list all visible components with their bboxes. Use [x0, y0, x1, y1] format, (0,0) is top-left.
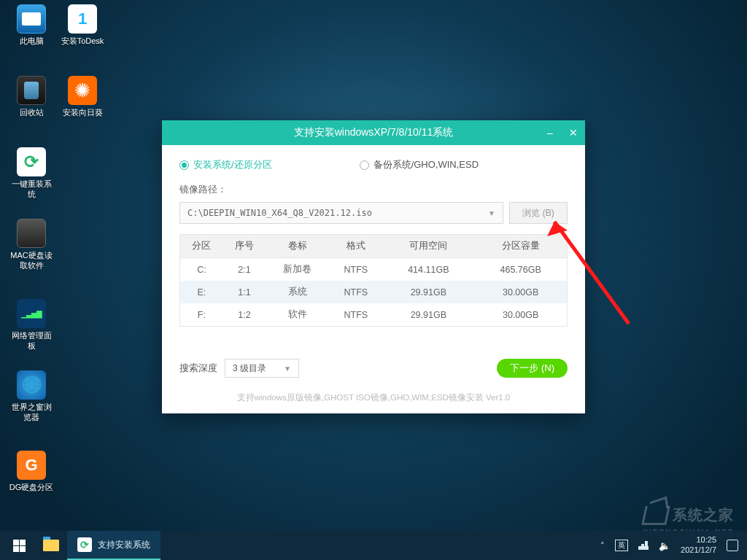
label: 回收站 [9, 108, 54, 118]
desktop-icon-world-browser[interactable]: 世界之窗浏览器 [9, 370, 54, 423]
cell-part: C: [180, 258, 223, 281]
apple-icon [17, 219, 46, 248]
system-tray: ˄ 英 10:25 2021/12/7 [600, 535, 744, 556]
minimize-button[interactable]: – [538, 120, 562, 145]
sunflower-icon [68, 76, 97, 105]
th-partition[interactable]: 分区 [180, 235, 223, 258]
watermark: 系统之家 XITONGZHIJIA.NET [643, 505, 734, 525]
house-icon [641, 506, 670, 525]
window-body: 安装系统/还原分区 备份系统/GHO,WIN,ESD 镜像路径： C:\DEEP… [162, 145, 585, 385]
th-index[interactable]: 序号 [223, 235, 266, 258]
radio-dot-icon [360, 160, 369, 170]
radio-backup[interactable]: 备份系统/GHO,WIN,ESD [360, 158, 479, 171]
cell-vol: 软件 [266, 303, 329, 327]
titlebar[interactable]: 支持安装windowsXP/7/8/10/11系统 – ✕ [162, 120, 585, 145]
cell-part: E: [180, 281, 223, 303]
label: DG硬盘分区 [9, 483, 54, 493]
cell-idx: 1:1 [223, 281, 266, 303]
label: 网络管理面板 [9, 331, 54, 351]
footnote: 支持windows原版镜像,GHOST ISO镜像,GHO,WIM,ESD镜像安… [162, 385, 585, 413]
desktop-icon-netpanel[interactable]: 网络管理面板 [9, 299, 54, 351]
th-free[interactable]: 可用空间 [382, 235, 474, 258]
label: 世界之窗浏览器 [9, 402, 54, 423]
label: MAC硬盘读取软件 [9, 251, 54, 271]
radio-label: 安装系统/还原分区 [193, 158, 272, 171]
ime-indicator[interactable]: 英 [615, 540, 628, 551]
todesk-icon [68, 4, 97, 34]
taskbar: 支持安装系统 ˄ 英 10:25 2021/12/7 [0, 531, 747, 560]
cell-free: 29.91GB [382, 303, 474, 327]
bars-icon [17, 299, 46, 328]
desktop-icon-dg[interactable]: DG硬盘分区 [9, 451, 54, 493]
watermark-text: 系统之家 [673, 505, 734, 525]
radio-dot-icon [179, 160, 189, 170]
tray-overflow-icon[interactable]: ˄ [600, 541, 605, 551]
clock[interactable]: 10:25 2021/12/7 [681, 535, 716, 556]
next-button[interactable]: 下一步 (N) [497, 359, 568, 378]
desktop-icon-reinstall[interactable]: 一键重装系统 [9, 147, 54, 200]
speaker-icon[interactable] [659, 540, 670, 551]
desktop-icon-sunflower[interactable]: 安装向日葵 [60, 76, 105, 118]
path-value: C:\DEEPIN_WIN10_X64_Q8_V2021.12.iso [187, 208, 372, 218]
network-icon[interactable] [638, 541, 649, 550]
installer-window: 支持安装windowsXP/7/8/10/11系统 – ✕ 安装系统/还原分区 … [162, 120, 585, 413]
select-value: 3 级目录 [233, 362, 266, 375]
cell-cap: 30.00GB [474, 303, 567, 327]
clock-time: 10:25 [681, 535, 716, 545]
windows-icon [13, 540, 26, 552]
cell-vol: 系统 [266, 281, 329, 303]
partition-table: 分区 序号 卷标 格式 可用空间 分区容量 C:2:1新加卷NTFS414.11… [179, 234, 568, 327]
cell-idx: 1:2 [223, 303, 266, 327]
cell-free: 29.91GB [382, 281, 474, 303]
label: 此电脑 [9, 36, 54, 47]
reload-icon [17, 147, 46, 176]
cell-vol: 新加卷 [266, 258, 329, 281]
start-button[interactable] [3, 531, 35, 560]
th-format[interactable]: 格式 [329, 235, 382, 258]
desktop-icon-mac-reader[interactable]: MAC硬盘读取软件 [9, 219, 54, 271]
table-row[interactable]: F:1:2软件NTFS29.91GB30.00GB [180, 303, 568, 327]
cell-cap: 465.76GB [474, 258, 567, 281]
label: 一键重装系统 [9, 179, 54, 200]
reload-icon [77, 537, 92, 552]
file-explorer-button[interactable] [35, 531, 67, 560]
monitor-icon [17, 4, 46, 34]
diskgenius-icon [17, 451, 46, 480]
cell-part: F: [180, 303, 223, 327]
th-capacity[interactable]: 分区容量 [474, 235, 567, 258]
search-depth-select[interactable]: 3 级目录 ▼ [225, 359, 299, 378]
cell-free: 414.11GB [382, 258, 474, 281]
image-path-dropdown[interactable]: C:\DEEPIN_WIN10_X64_Q8_V2021.12.iso ▼ [179, 202, 503, 224]
th-volume[interactable]: 卷标 [266, 235, 329, 258]
label: 安装ToDesk [60, 36, 105, 47]
taskbar-app-installer[interactable]: 支持安装系统 [67, 531, 160, 560]
cell-cap: 30.00GB [474, 281, 567, 303]
label: 安装向日葵 [60, 108, 105, 118]
cell-fmt: NTFS [329, 258, 382, 281]
radio-install-restore[interactable]: 安装系统/还原分区 [179, 158, 272, 171]
clock-date: 2021/12/7 [681, 545, 716, 556]
radio-label: 备份系统/GHO,WIN,ESD [374, 158, 479, 171]
cell-fmt: NTFS [329, 303, 382, 327]
desktop-icon-recycle-bin[interactable]: 回收站 [9, 76, 54, 118]
folder-icon [43, 540, 59, 551]
table-row[interactable]: E:1:1系统NTFS29.91GB30.00GB [180, 281, 568, 303]
taskbar-app-title: 支持安装系统 [98, 539, 150, 551]
desktop-icon-todesk[interactable]: 安装ToDesk [60, 4, 105, 47]
desktop-icon-this-pc[interactable]: 此电脑 [9, 4, 54, 47]
table-row[interactable]: C:2:1新加卷NTFS414.11GB465.76GB [180, 258, 568, 281]
trash-icon [17, 76, 46, 105]
chevron-down-icon: ▼ [488, 209, 495, 217]
window-title: 支持安装windowsXP/7/8/10/11系统 [294, 126, 454, 139]
notifications-icon[interactable] [727, 540, 738, 551]
browse-button[interactable]: 浏览 (B) [509, 202, 568, 224]
cell-idx: 2:1 [223, 258, 266, 281]
cell-fmt: NTFS [329, 281, 382, 303]
globe-icon [17, 370, 46, 400]
chevron-down-icon: ▼ [284, 365, 291, 373]
image-path-label: 镜像路径： [179, 183, 568, 196]
close-button[interactable]: ✕ [562, 120, 585, 145]
search-depth-label: 搜索深度 [179, 362, 217, 375]
